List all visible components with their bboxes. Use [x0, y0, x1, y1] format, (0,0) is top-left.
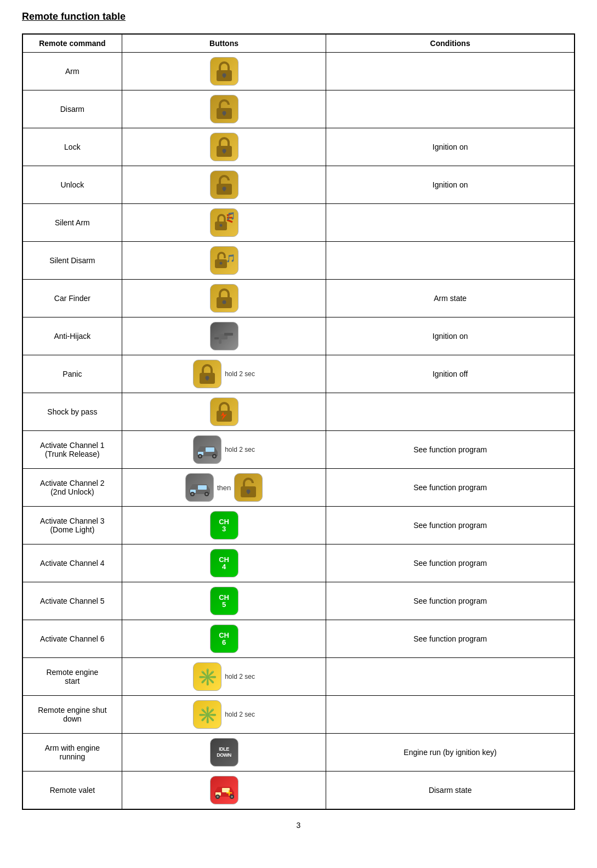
svg-point-22 [222, 300, 226, 304]
condition-cell: Ignition on [326, 128, 575, 166]
buttons-cell: CH6 [122, 620, 326, 658]
header-buttons: Buttons [122, 34, 326, 53]
condition-cell: See function program [326, 620, 575, 658]
condition-cell [326, 242, 575, 280]
buttons-cell [122, 166, 326, 204]
condition-cell [326, 90, 575, 128]
hold-label: hold 2 sec [225, 711, 255, 718]
command-cell: Remote valet [22, 771, 122, 810]
idle-down-icon: IDLEDOWN [210, 738, 238, 767]
condition-cell: Ignition on [326, 166, 575, 204]
command-cell: Arm [22, 53, 122, 90]
svg-rect-29 [207, 378, 208, 381]
table-row: Lock Ignition on [22, 128, 575, 166]
command-cell: Activate Channel 2 (2nd Unlock) [22, 469, 122, 507]
buttons-cell: 🎵 [122, 204, 326, 242]
buttons-cell [122, 317, 326, 355]
table-row: Activate Channel 5CH5See function progra… [22, 582, 575, 620]
condition-cell [326, 658, 575, 696]
table-row: Remote valet Disarm state [22, 771, 575, 810]
svg-point-36 [199, 455, 201, 457]
table-row: Remote engine start✳️hold 2 sec [22, 658, 575, 696]
hold-label: hold 2 sec [225, 370, 255, 378]
remote-valet-icon [210, 776, 238, 804]
remote-function-table: Remote command Buttons Conditions Arm Di… [22, 33, 575, 810]
condition-cell: Ignition on [326, 317, 575, 355]
svg-rect-11 [223, 189, 225, 191]
table-row: Disarm [22, 90, 575, 128]
svg-point-43 [191, 493, 194, 495]
command-cell: Remote engine shut down [22, 696, 122, 734]
table-row: Panic hold 2 secIgnition off [22, 355, 575, 393]
channel-5-icon: CH5 [210, 587, 238, 615]
command-cell: Arm with engine running [22, 734, 122, 771]
engine-start-icon: ✳️ [193, 662, 221, 691]
buttons-cell: hold 2 sec [122, 355, 326, 393]
channel-6-icon: CH6 [210, 625, 238, 653]
command-cell: Activate Channel 1 (Trunk Release) [22, 431, 122, 469]
lock-closed-icon [210, 57, 238, 86]
silent-disarm-icon: 🎵 [210, 246, 238, 275]
buttons-cell: 🎵 [122, 242, 326, 280]
svg-point-54 [231, 796, 233, 798]
svg-rect-26 [214, 337, 219, 339]
svg-rect-48 [248, 491, 249, 494]
svg-point-19 [219, 262, 222, 265]
hold-label: hold 2 sec [225, 446, 255, 453]
header-conditions: Conditions [326, 34, 575, 53]
car-trunk-icon [185, 473, 214, 502]
table-row: Activate Channel 2 (2nd Unlock) then See… [22, 469, 575, 507]
command-cell: Panic [22, 355, 122, 393]
table-row: Arm with engine runningIDLEDOWNEngine ru… [22, 734, 575, 771]
svg-rect-8 [223, 151, 225, 154]
lock-closed-icon [210, 133, 238, 161]
condition-cell: Arm state [326, 280, 575, 317]
table-row: Activate Channel 1 (Trunk Release) hold … [22, 431, 575, 469]
command-cell: Unlock [22, 166, 122, 204]
channel-3-icon: CH3 [210, 511, 238, 540]
buttons-cell: CH5 [122, 582, 326, 620]
table-row: Remote engine shut down✳️hold 2 sec [22, 696, 575, 734]
condition-cell [326, 393, 575, 431]
table-row: Shock by pass [22, 393, 575, 431]
silent-arm-icon: 🎵 [210, 208, 238, 237]
svg-rect-2 [223, 75, 225, 78]
page-number: 3 [22, 821, 575, 830]
svg-rect-50 [222, 788, 230, 792]
lock-closed-icon [193, 360, 221, 388]
header-command: Remote command [22, 34, 122, 53]
buttons-cell [122, 90, 326, 128]
buttons-cell [122, 128, 326, 166]
command-cell: Disarm [22, 90, 122, 128]
anti-hijack-icon [210, 322, 238, 350]
table-row: Activate Channel 3 (Dome Light)CH3See fu… [22, 507, 575, 544]
condition-cell [326, 204, 575, 242]
condition-cell: See function program [326, 431, 575, 469]
svg-point-44 [206, 493, 208, 495]
buttons-cell: hold 2 sec [122, 431, 326, 469]
buttons-cell: IDLEDOWN [122, 734, 326, 771]
svg-text:🎵: 🎵 [226, 212, 235, 221]
buttons-cell: then [122, 469, 326, 507]
engine-start-icon: ✳️ [193, 700, 221, 729]
command-cell: Anti-Hijack [22, 317, 122, 355]
buttons-cell [122, 280, 326, 317]
table-row: Activate Channel 4CH4See function progra… [22, 544, 575, 582]
condition-cell [326, 696, 575, 734]
table-row: Car Finder Arm state [22, 280, 575, 317]
svg-point-53 [217, 796, 219, 798]
table-row: Anti-Hijack Ignition on [22, 317, 575, 355]
car-trunk-icon [193, 435, 221, 464]
svg-rect-33 [206, 447, 214, 452]
lock-open-icon [234, 473, 263, 502]
svg-point-37 [213, 455, 215, 457]
command-cell: Silent Arm [22, 204, 122, 242]
buttons-cell: ✳️hold 2 sec [122, 658, 326, 696]
svg-rect-24 [224, 333, 233, 336]
command-cell: Remote engine start [22, 658, 122, 696]
buttons-cell [122, 393, 326, 431]
table-row: Arm [22, 53, 575, 90]
car-finder-icon [210, 284, 238, 313]
command-cell: Activate Channel 3 (Dome Light) [22, 507, 122, 544]
command-cell: Activate Channel 4 [22, 544, 122, 582]
